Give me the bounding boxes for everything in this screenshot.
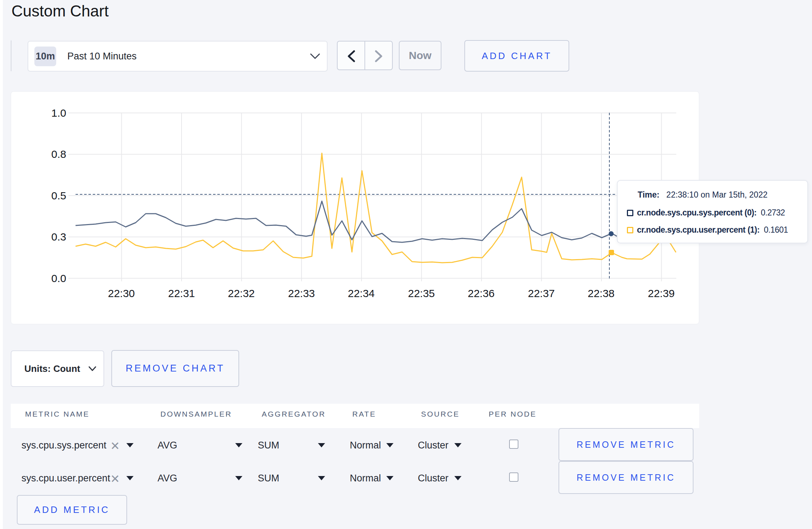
svg-text:0.3: 0.3 [51,231,66,243]
svg-text:22:39: 22:39 [648,287,675,299]
svg-text:22:32: 22:32 [228,287,255,299]
svg-text:0.8: 0.8 [51,148,66,160]
svg-text:22:37: 22:37 [528,287,555,299]
svg-text:22:36: 22:36 [468,287,494,299]
svg-text:0.0: 0.0 [51,272,66,284]
svg-text:22:31: 22:31 [168,287,195,299]
svg-text:22:35: 22:35 [408,287,435,299]
svg-text:22:33: 22:33 [288,287,315,299]
svg-text:22:34: 22:34 [348,287,374,299]
svg-text:0.5: 0.5 [51,190,66,202]
svg-text:1.0: 1.0 [51,107,66,119]
svg-text:22:30: 22:30 [108,287,135,299]
svg-text:22:38: 22:38 [588,287,614,299]
